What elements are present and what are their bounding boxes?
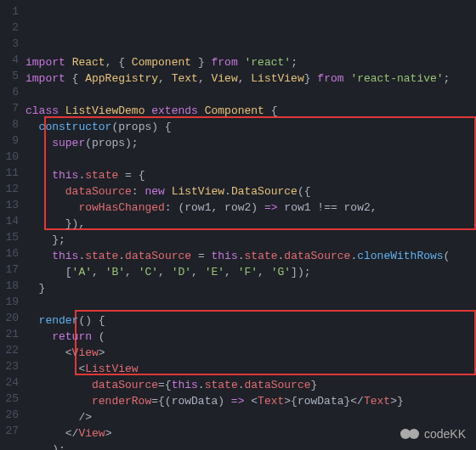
code-line: /> xyxy=(26,409,476,425)
token-cls: Text xyxy=(172,72,198,85)
code-line xyxy=(26,296,476,312)
line-number: 19 xyxy=(3,294,19,310)
token-prop: state xyxy=(205,379,238,391)
token-tag: Text xyxy=(364,395,390,408)
line-number: 12 xyxy=(3,181,19,197)
token-kw: extends xyxy=(151,104,198,117)
line-number: 11 xyxy=(3,165,19,181)
code-line: <View> xyxy=(26,345,476,361)
token-punc xyxy=(26,314,39,327)
token-punc xyxy=(65,56,72,69)
token-kw: super xyxy=(52,137,85,149)
token-punc: } xyxy=(311,379,318,391)
token-punc: ; xyxy=(291,56,298,69)
token-punc xyxy=(26,379,92,391)
token-punc: ( xyxy=(92,330,105,343)
token-punc xyxy=(26,201,78,214)
token-punc xyxy=(26,330,52,343)
line-number: 18 xyxy=(3,278,19,294)
token-cls: AppRegistry xyxy=(85,72,158,85)
token-prop: rowHasChanged xyxy=(78,201,164,214)
token-punc: { xyxy=(264,104,278,117)
line-number: 25 xyxy=(3,391,19,407)
token-punc: = xyxy=(191,250,211,262)
line-number: 2 xyxy=(3,20,19,36)
token-str: 'A' xyxy=(72,266,92,278)
token-punc: . xyxy=(238,250,245,262)
token-str: 'react' xyxy=(245,56,292,69)
token-str: 'B' xyxy=(105,266,125,278)
line-number: 9 xyxy=(3,132,19,149)
line-number: 10 xyxy=(3,149,19,165)
token-punc: }</ xyxy=(344,395,364,408)
token-kw: this xyxy=(52,169,78,182)
token-punc: , xyxy=(198,72,212,85)
code-line: render() { xyxy=(26,312,476,329)
code-line xyxy=(26,87,476,103)
token-punc: </ xyxy=(26,427,78,440)
token-punc xyxy=(26,169,52,182)
token-punc: , xyxy=(238,72,252,85)
token-punc: < xyxy=(26,346,72,359)
token-punc: } xyxy=(26,282,45,295)
token-param: props xyxy=(92,137,125,149)
wechat-icon xyxy=(400,426,419,442)
token-str: 'F' xyxy=(238,266,258,278)
token-punc: , xyxy=(92,266,105,278)
token-punc: () { xyxy=(78,314,105,327)
token-kw: import xyxy=(26,56,65,69)
token-param: row2 xyxy=(344,201,371,214)
token-str: 'G' xyxy=(271,266,291,278)
code-area[interactable]: import React, { Component } from 'react'… xyxy=(26,0,476,450)
token-punc xyxy=(26,185,65,198)
token-kw: this xyxy=(172,379,198,391)
code-line: ['A', 'B', 'C', 'D', 'E', 'F', 'G']); xyxy=(26,264,476,280)
token-kw: return xyxy=(52,330,92,343)
line-number: 7 xyxy=(3,100,19,116)
line-number: 3 xyxy=(3,36,19,52)
token-punc: = { xyxy=(118,169,144,182)
token-punc: } xyxy=(191,56,211,69)
token-kw: this xyxy=(212,250,238,262)
token-kw: => xyxy=(264,201,278,214)
token-cls: ListView xyxy=(172,185,224,198)
token-prop: state xyxy=(245,250,278,262)
token-fn: constructor xyxy=(39,121,112,133)
token-str: 'react-native' xyxy=(350,72,443,85)
token-prop: dataSource xyxy=(125,250,191,262)
token-tag: Text xyxy=(258,395,284,408)
line-number: 21 xyxy=(3,326,19,342)
line-number: 17 xyxy=(3,262,19,278)
code-line: this.state.dataSource = this.state.dataS… xyxy=(26,248,476,264)
token-punc xyxy=(26,121,39,133)
code-editor: 1234567891011121314151617181920212223242… xyxy=(0,0,476,450)
code-line: class ListViewDemo extends Component { xyxy=(26,103,476,119)
line-number: 24 xyxy=(3,374,19,391)
code-line: super(props); xyxy=(26,135,476,151)
token-punc: }; xyxy=(26,233,65,246)
token-punc xyxy=(26,395,92,408)
token-punc: , xyxy=(224,266,238,278)
token-punc: >{ xyxy=(284,395,298,408)
line-number: 22 xyxy=(3,342,19,358)
token-punc xyxy=(26,250,52,262)
token-punc: , xyxy=(258,266,271,278)
token-prop: state xyxy=(85,169,118,182)
token-param: props xyxy=(118,121,151,133)
token-punc xyxy=(165,185,172,198)
token-punc: : xyxy=(132,185,145,198)
token-punc: < xyxy=(26,363,85,375)
token-punc: ) xyxy=(218,395,231,408)
token-punc: , xyxy=(191,266,205,278)
token-cls: ListViewDemo xyxy=(65,104,145,117)
token-param: rowData xyxy=(172,395,218,408)
line-number: 13 xyxy=(3,197,19,213)
code-line: this.state = { xyxy=(26,167,476,183)
token-punc: . xyxy=(238,379,245,391)
token-prop: renderRow xyxy=(92,395,151,408)
token-punc: > xyxy=(105,427,112,440)
token-kw: from xyxy=(317,72,343,85)
token-kw: from xyxy=(211,56,237,69)
token-param: rowData xyxy=(298,395,344,408)
line-number: 15 xyxy=(3,229,19,245)
